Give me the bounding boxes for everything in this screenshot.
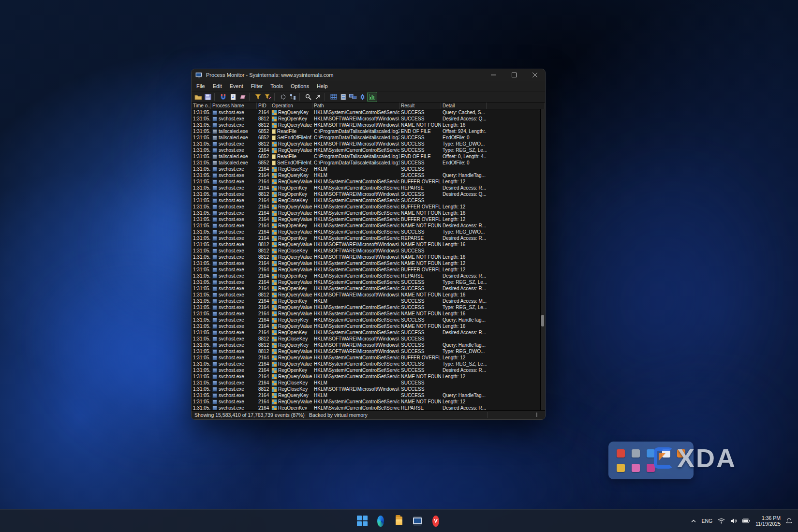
- table-row[interactable]: 1:31:05...svchost.exe2164RegQueryValueHK…: [192, 361, 545, 367]
- table-row[interactable]: 1:31:05...svchost.exe2164RegQueryValueHK…: [192, 399, 545, 405]
- process-monitor-taskbar-icon[interactable]: [411, 515, 424, 527]
- table-row[interactable]: 1:31:05...svchost.exe2164RegQueryKeyHKLM…: [192, 172, 545, 178]
- clear-icon[interactable]: [238, 92, 247, 102]
- profiling-icon[interactable]: [368, 92, 377, 102]
- table-row[interactable]: 1:31:05...svchost.exe2164RegQueryKeyHKLM…: [192, 109, 545, 116]
- close-button[interactable]: [524, 69, 545, 81]
- process-tree-icon[interactable]: [288, 92, 297, 102]
- table-row[interactable]: 1:31:05...svchost.exe2164RegCloseKeyHKLM…: [192, 166, 545, 172]
- shortcut-red-app[interactable]: [617, 449, 625, 458]
- table-row[interactable]: 1:31:05...svchost.exe8812RegQueryValueHK…: [192, 122, 545, 128]
- vivaldi-icon[interactable]: [429, 515, 442, 527]
- vertical-scrollbar[interactable]: [540, 109, 545, 410]
- show-network-icon[interactable]: [348, 92, 357, 102]
- table-row[interactable]: 1:31:05...svchost.exe2164RegOpenKeyHKLM\…: [192, 222, 545, 229]
- start-icon[interactable]: [356, 515, 369, 527]
- minimize-button[interactable]: [483, 69, 503, 81]
- table-row[interactable]: 1:31:05...svchost.exe2164RegCloseKeyHKLM…: [192, 380, 545, 386]
- battery-icon[interactable]: [742, 518, 750, 523]
- table-row[interactable]: 1:31:05...svchost.exe2164RegQueryValueHK…: [192, 204, 545, 210]
- shortcut-gray-app[interactable]: [632, 449, 640, 458]
- open-icon[interactable]: [193, 92, 203, 102]
- show-registry-icon[interactable]: [329, 92, 338, 102]
- volume-icon[interactable]: [730, 518, 737, 524]
- table-row[interactable]: 1:31:05...svchost.exe2164RegCloseKeyHKLM…: [192, 197, 545, 204]
- table-row[interactable]: 1:31:05...tailscaled.exe6852SetEndOfFile…: [192, 160, 545, 166]
- table-row[interactable]: 1:31:05...svchost.exe8812RegQueryKeyHKLM…: [192, 342, 545, 348]
- column-header-detail[interactable]: Detail: [441, 103, 487, 109]
- language-indicator[interactable]: ENG: [701, 518, 712, 524]
- table-row[interactable]: 1:31:05...svchost.exe2164RegQueryValueHK…: [192, 323, 545, 329]
- table-row[interactable]: 1:31:05...svchost.exe2164RegOpenKeyHKLM\…: [192, 329, 545, 336]
- shortcut-magenta-app[interactable]: [647, 464, 655, 472]
- table-row[interactable]: 1:31:05...svchost.exe2164RegQueryValueHK…: [192, 310, 545, 317]
- column-header-result[interactable]: Result: [399, 103, 441, 109]
- table-row[interactable]: 1:31:05...svchost.exe2164RegQueryValueHK…: [192, 147, 545, 153]
- table-row[interactable]: 1:31:05...svchost.exe2164RegOpenKeyHKLMS…: [192, 298, 545, 304]
- scrollbar-thumb[interactable]: [541, 315, 544, 326]
- highlight-icon[interactable]: [263, 92, 272, 102]
- table-row[interactable]: 1:31:05...svchost.exe2164RegOpenKeyHKLM\…: [192, 405, 545, 410]
- shortcut-store-grid[interactable]: [662, 449, 670, 458]
- table-row[interactable]: 1:31:05...svchost.exe8812RegQueryValueHK…: [192, 241, 545, 248]
- bell-icon[interactable]: [786, 518, 792, 524]
- table-row[interactable]: 1:31:05...svchost.exe8812RegQueryValueHK…: [192, 348, 545, 355]
- shortcut-yellow-app[interactable]: [617, 464, 625, 472]
- edge-icon[interactable]: [374, 515, 387, 527]
- column-header-pid[interactable]: PID: [257, 103, 270, 109]
- save-icon[interactable]: [203, 92, 212, 102]
- jump-to-icon[interactable]: [313, 92, 323, 102]
- table-row[interactable]: 1:31:05...tailscaled.exe6852ReadFileC:\P…: [192, 128, 545, 134]
- shortcut-blue-app[interactable]: [647, 449, 655, 458]
- column-header-time[interactable]: Time o...: [192, 103, 211, 109]
- menu-item-tools[interactable]: Tools: [266, 82, 287, 90]
- shortcut-orange-app[interactable]: [677, 449, 685, 458]
- column-header-path[interactable]: Path: [312, 103, 399, 109]
- column-header-process-name[interactable]: Process Name: [211, 103, 257, 109]
- table-row[interactable]: 1:31:05...svchost.exe2164RegQueryKeyHKLM…: [192, 392, 545, 399]
- table-row[interactable]: 1:31:05...svchost.exe2164RegQueryValueHK…: [192, 229, 545, 235]
- menu-item-options[interactable]: Options: [287, 82, 313, 90]
- title-bar[interactable]: Process Monitor - Sysinternals: www.sysi…: [192, 69, 545, 81]
- table-row[interactable]: 1:31:05...svchost.exe2164RegQueryValueHK…: [192, 304, 545, 310]
- table-row[interactable]: 1:31:05...svchost.exe2164RegQueryValueHK…: [192, 266, 545, 273]
- table-row[interactable]: 1:31:05...svchost.exe2164RegQueryKeyHKLM…: [192, 317, 545, 323]
- maximize-button[interactable]: [503, 69, 524, 81]
- shortcut-pink-app[interactable]: [632, 464, 640, 472]
- table-row[interactable]: 1:31:05...svchost.exe2164RegOpenKeyHKLM\…: [192, 273, 545, 279]
- table-row[interactable]: 1:31:05...svchost.exe2164RegOpenKeyHKLM\…: [192, 235, 545, 241]
- table-row[interactable]: 1:31:05...svchost.exe2164RegQueryValueHK…: [192, 279, 545, 285]
- capture-icon[interactable]: [219, 92, 228, 102]
- show-filesystem-icon[interactable]: [339, 92, 348, 102]
- chevron-up-icon[interactable]: [691, 519, 696, 523]
- table-row[interactable]: 1:31:05...svchost.exe2164RegQueryValueHK…: [192, 178, 545, 185]
- find-icon[interactable]: [304, 92, 313, 102]
- menu-item-file[interactable]: File: [192, 82, 209, 90]
- table-row[interactable]: 1:31:05...svchost.exe8812RegQueryValueHK…: [192, 141, 545, 147]
- table-row[interactable]: 1:31:05...svchost.exe2164RegQueryValueHK…: [192, 373, 545, 380]
- table-row[interactable]: 1:31:05...svchost.exe2164RegQueryValueHK…: [192, 355, 545, 361]
- table-row[interactable]: 1:31:05...svchost.exe8812RegCloseKeyHKLM…: [192, 386, 545, 392]
- resize-grip[interactable]: [536, 413, 544, 417]
- table-row[interactable]: 1:31:05...svchost.exe2164RegQueryValueHK…: [192, 260, 545, 266]
- include-process-icon[interactable]: [279, 92, 288, 102]
- menu-item-filter[interactable]: Filter: [247, 82, 266, 90]
- table-row[interactable]: 1:31:05...svchost.exe8812RegOpenKeyHKLM\…: [192, 116, 545, 122]
- show-process-icon[interactable]: [358, 92, 367, 102]
- file-explorer-icon[interactable]: [393, 515, 405, 527]
- menu-item-edit[interactable]: Edit: [209, 82, 226, 90]
- table-row[interactable]: 1:31:05...svchost.exe8812RegQueryValueHK…: [192, 292, 545, 298]
- filter-icon[interactable]: [253, 92, 263, 102]
- table-row[interactable]: 1:31:05...svchost.exe8812RegOpenKeyHKLM\…: [192, 191, 545, 197]
- table-row[interactable]: 1:31:05...svchost.exe8812RegQueryValueHK…: [192, 254, 545, 260]
- table-row[interactable]: 1:31:05...svchost.exe2164RegOpenKeyHKLM\…: [192, 285, 545, 292]
- table-row[interactable]: 1:31:05...svchost.exe2164RegQueryValueHK…: [192, 216, 545, 222]
- table-row[interactable]: 1:31:05...tailscaled.exe6852SetEndOfFile…: [192, 134, 545, 141]
- table-row[interactable]: 1:31:05...svchost.exe2164RegQueryValueHK…: [192, 210, 545, 216]
- table-row[interactable]: 1:31:05...svchost.exe2164RegOpenKeyHKLM\…: [192, 367, 545, 373]
- wifi-icon[interactable]: [718, 518, 725, 524]
- table-row[interactable]: 1:31:05...svchost.exe8812RegCloseKeyHKLM…: [192, 248, 545, 254]
- table-row[interactable]: 1:31:05...tailscaled.exe6852ReadFileC:\P…: [192, 153, 545, 160]
- table-row[interactable]: 1:31:05...svchost.exe8812RegCloseKeyHKLM…: [192, 336, 545, 342]
- taskbar-clock[interactable]: 1:36 PM 11/19/2025: [755, 515, 781, 527]
